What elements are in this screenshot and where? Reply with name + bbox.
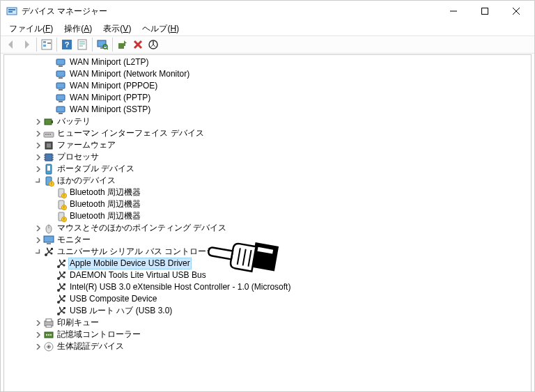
printq-icon	[43, 317, 54, 329]
tree-item-label: Bluetooth 周辺機器	[68, 187, 142, 198]
menu-item-ヘルプ[interactable]: ヘルプ(H)	[137, 22, 185, 36]
svg-rect-103	[63, 307, 65, 309]
close-button[interactable]	[500, 1, 532, 21]
chevron-none-icon	[46, 212, 56, 221]
chevron-none-icon	[46, 188, 56, 198]
svg-rect-40	[47, 134, 49, 135]
tree-item[interactable]: WAN Miniport (Network Monitor)	[4, 68, 531, 80]
chevron-none-icon	[46, 58, 56, 68]
tree-item[interactable]: WAN Miniport (L2TP)	[4, 56, 531, 68]
svg-point-80	[63, 264, 65, 266]
svg-rect-67	[44, 236, 54, 242]
svg-rect-68	[47, 243, 51, 244]
tree-item[interactable]: DAEMON Tools Lite Virtual USB Bus	[4, 269, 531, 281]
tree-item-label: Bluetooth 周辺機器	[68, 198, 142, 210]
svg-point-104	[63, 311, 65, 313]
usb-icon	[56, 306, 67, 317]
toolbar-scan-hardware[interactable]	[95, 37, 110, 52]
menu-item-ファイル[interactable]: ファイル(F)	[3, 22, 59, 36]
menu-item-操作[interactable]: 操作(A)	[59, 22, 98, 36]
svg-line-84	[60, 272, 61, 276]
tree-item-label: Apple Mobile Device USB Driver	[68, 258, 192, 269]
svg-text:!: !	[63, 194, 64, 198]
tree-item-label: ポータブル デバイス	[56, 163, 136, 175]
toolbar-properties[interactable]	[75, 37, 90, 52]
tree-item-label: DAEMON Tools Lite Virtual USB Bus	[68, 269, 208, 281]
svg-rect-37	[52, 120, 53, 123]
net-adapter-icon	[56, 81, 67, 92]
tree-view[interactable]: WAN Miniport (L2TP)WAN Miniport (Network…	[3, 54, 532, 392]
window-title: デバイス マネージャー	[22, 6, 437, 17]
tree-item[interactable]: WAN Miniport (SSTP)	[4, 104, 531, 116]
usb-icon	[56, 258, 67, 269]
svg-point-111	[50, 334, 52, 336]
chevron-right-icon[interactable]	[33, 117, 43, 127]
svg-text:!: !	[63, 205, 64, 210]
chevron-none-icon	[46, 200, 56, 210]
toolbar-help-topics[interactable]: ?	[59, 37, 75, 52]
svg-rect-36	[45, 119, 52, 125]
tree-item[interactable]: WAN Miniport (PPTP)	[4, 92, 531, 104]
tree-item[interactable]: モニター	[4, 234, 531, 246]
tree-item[interactable]: !Bluetooth 周辺機器	[4, 198, 531, 210]
tree-item[interactable]: ポータブル デバイス	[4, 163, 531, 175]
tree-item[interactable]: USB ルート ハブ (USB 3.0)	[4, 305, 531, 317]
chevron-right-icon[interactable]	[33, 342, 43, 352]
chevron-right-icon[interactable]	[33, 330, 43, 340]
tree-item[interactable]: ヒューマン インターフェイス デバイス	[4, 127, 531, 139]
svg-rect-17	[98, 40, 106, 47]
chevron-right-icon[interactable]	[33, 141, 43, 150]
tree-item[interactable]: USB Composite Device	[4, 293, 531, 305]
tree-item[interactable]: Intel(R) USB 3.0 eXtensible Host Control…	[4, 281, 531, 293]
tree-item[interactable]: !ほかのデバイス	[4, 175, 531, 187]
menu-item-表示[interactable]: 表示(V)	[98, 22, 137, 36]
tree-item[interactable]: マウスとそのほかのポインティング デバイス	[4, 222, 531, 234]
svg-rect-41	[49, 134, 51, 135]
tree-item[interactable]: 記憶域コントローラー	[4, 329, 531, 340]
chevron-down-icon[interactable]	[33, 176, 43, 186]
svg-rect-39	[45, 134, 47, 135]
firmware-icon	[43, 140, 54, 151]
chevron-right-icon[interactable]	[33, 164, 43, 174]
tree-item-label: ファームウェア	[56, 139, 117, 151]
tree-item-label: Bluetooth 周辺機器	[68, 210, 142, 222]
cpu-icon	[43, 152, 54, 163]
toolbar-uninstall-device[interactable]	[130, 37, 146, 52]
toolbar-show-hide-tree[interactable]	[39, 37, 54, 52]
tree-item[interactable]: バッテリ	[4, 116, 531, 127]
tree-item[interactable]: WAN Miniport (PPPOE)	[4, 80, 531, 92]
toolbar-enable-device[interactable]	[146, 37, 161, 52]
chevron-none-icon	[46, 283, 56, 292]
chevron-right-icon[interactable]	[33, 129, 43, 139]
chevron-right-icon[interactable]	[33, 224, 43, 233]
unknown-icon: !	[56, 187, 67, 198]
svg-point-113	[48, 345, 50, 347]
chevron-down-icon[interactable]	[33, 247, 43, 257]
tree-item[interactable]: 生体認証デバイス	[4, 340, 531, 352]
svg-point-86	[63, 276, 65, 278]
tree-item-label: ユニバーサル シリアル バス コントローラー	[56, 246, 224, 258]
tree-item[interactable]: Apple Mobile Device USB Driver	[4, 258, 531, 269]
tree-item[interactable]: プロセッサ	[4, 151, 531, 163]
tree-item[interactable]: !Bluetooth 周辺機器	[4, 187, 531, 198]
tree-item[interactable]: 印刷キュー	[4, 317, 531, 329]
svg-rect-9	[43, 45, 46, 47]
svg-rect-79	[63, 260, 65, 262]
svg-rect-73	[51, 248, 53, 250]
battery-icon	[43, 116, 54, 127]
minimize-button[interactable]	[437, 1, 469, 21]
chevron-right-icon[interactable]	[33, 318, 43, 328]
svg-text:!: !	[63, 217, 64, 221]
tree-item[interactable]: ファームウェア	[4, 139, 531, 151]
chevron-none-icon	[46, 81, 56, 91]
chevron-right-icon[interactable]	[33, 235, 43, 245]
toolbar-update-driver[interactable]	[115, 37, 130, 52]
chevron-right-icon[interactable]	[33, 152, 43, 162]
chevron-none-icon	[46, 306, 56, 316]
tree-item-label: バッテリ	[56, 116, 92, 127]
tree-item[interactable]: ユニバーサル シリアル バス コントローラー	[4, 246, 531, 258]
svg-rect-28	[56, 71, 65, 77]
svg-rect-13	[78, 40, 86, 49]
tree-item[interactable]: !Bluetooth 周辺機器	[4, 210, 531, 222]
maximize-button[interactable]	[469, 1, 500, 21]
